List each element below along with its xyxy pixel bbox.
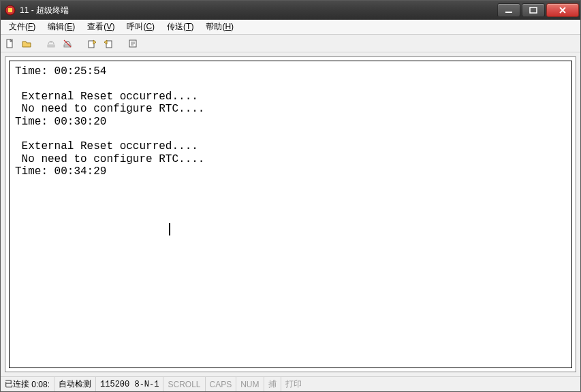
window-controls bbox=[496, 3, 579, 17]
toolbar-separator bbox=[36, 37, 42, 50]
menu-help[interactable]: 帮助(H) bbox=[200, 20, 239, 34]
terminal[interactable]: Time: 00:25:54 External Reset occurred..… bbox=[9, 61, 572, 368]
disconnect-icon[interactable] bbox=[61, 37, 74, 50]
menubar: 文件(F) 编辑(E) 查看(V) 呼叫(C) 传送(T) 帮助(H) bbox=[1, 20, 580, 35]
connect-icon[interactable] bbox=[44, 37, 58, 50]
status-autodetect: 自动检测 bbox=[54, 377, 96, 391]
svg-rect-2 bbox=[505, 12, 512, 13]
close-button[interactable] bbox=[546, 3, 579, 17]
open-file-icon[interactable] bbox=[20, 37, 33, 50]
status-print: 打印 bbox=[281, 377, 306, 391]
terminal-frame: Time: 00:25:54 External Reset occurred..… bbox=[5, 56, 576, 372]
statusbar: 已连接 0:08: 自动检测 115200 8-N-1 SCROLL CAPS … bbox=[1, 376, 580, 391]
status-scroll: SCROLL bbox=[163, 377, 205, 391]
send-icon[interactable] bbox=[85, 37, 99, 50]
toolbar bbox=[1, 35, 580, 52]
maximize-button[interactable] bbox=[522, 3, 545, 17]
status-caps: CAPS bbox=[206, 377, 237, 391]
toolbar-separator bbox=[118, 37, 123, 50]
menu-edit[interactable]: 编辑(E) bbox=[42, 20, 80, 34]
status-capture: 捕 bbox=[264, 377, 281, 391]
menu-file[interactable]: 文件(F) bbox=[3, 20, 41, 34]
status-num: NUM bbox=[236, 377, 264, 391]
minimize-button[interactable] bbox=[497, 3, 520, 17]
properties-icon[interactable] bbox=[126, 37, 140, 50]
new-file-icon[interactable] bbox=[3, 37, 17, 50]
window-title: 11 - 超级终端 bbox=[20, 5, 496, 16]
text-cursor bbox=[169, 223, 170, 235]
menu-transfer[interactable]: 传送(T) bbox=[161, 20, 199, 34]
svg-rect-1 bbox=[8, 8, 12, 12]
svg-rect-3 bbox=[530, 7, 537, 13]
menu-view[interactable]: 查看(V) bbox=[82, 20, 120, 34]
menu-call[interactable]: 呼叫(C) bbox=[121, 20, 160, 34]
status-connected: 已连接 0:08: bbox=[1, 377, 54, 391]
app-icon bbox=[5, 5, 16, 16]
svg-rect-5 bbox=[48, 45, 54, 47]
toolbar-separator bbox=[77, 37, 82, 50]
receive-icon[interactable] bbox=[101, 37, 115, 50]
workarea: Time: 00:25:54 External Reset occurred..… bbox=[1, 52, 580, 376]
titlebar: 11 - 超级终端 bbox=[1, 1, 580, 20]
terminal-output: Time: 00:25:54 External Reset occurred..… bbox=[15, 65, 566, 178]
status-port: 115200 8-N-1 bbox=[96, 377, 163, 391]
